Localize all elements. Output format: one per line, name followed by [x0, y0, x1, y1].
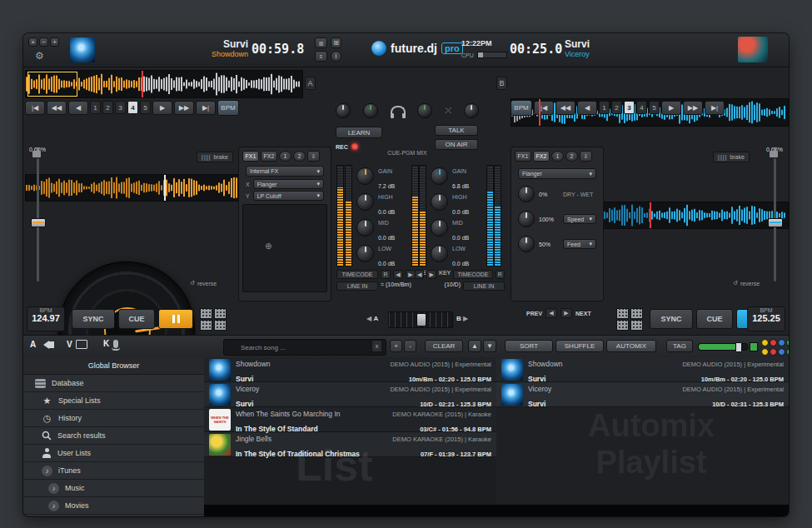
deck-a-loop-view-icon[interactable] — [214, 320, 227, 331]
move-up-button[interactable]: ▲ — [468, 340, 481, 352]
deck-a-fx-xy-pad[interactable]: ⊕ — [242, 204, 327, 292]
sidebar-item-tv-shows[interactable]: ♪ TV Shows — [23, 515, 204, 516]
crossfader-handle[interactable] — [416, 313, 426, 326]
deck-b-fx-download-icon[interactable]: ⇩ — [580, 151, 592, 162]
deck-a-hotcue-3[interactable]: 3 — [115, 101, 126, 114]
deck-b-list-view-icon[interactable] — [616, 320, 629, 331]
deck-a-fx2-button[interactable]: FX2 — [261, 151, 277, 162]
sort-button[interactable]: SORT — [505, 340, 553, 352]
deck-a-skip-end-button[interactable]: ▶| — [196, 101, 216, 115]
deck-a-hotcue-1[interactable]: 1 — [90, 101, 101, 114]
automix-row[interactable]: Viceroy Survi DEMO AUDIO (2015) | Experi… — [496, 382, 789, 407]
deck-a-fx-x-select[interactable]: Flanger ▾ — [253, 179, 324, 189]
search-input[interactable] — [223, 339, 386, 356]
deck-b-fx-slot2-button[interactable]: 2 — [565, 151, 578, 162]
crossfader[interactable] — [388, 311, 453, 328]
deck-a-step-back-button[interactable]: ◀ — [68, 101, 88, 115]
deck-b-reverse-button[interactable]: ↺ reverse — [733, 280, 760, 286]
deck-b-hotcue-5[interactable]: 5 — [649, 101, 660, 114]
crossfader-a-arrow[interactable]: ◀ A — [366, 315, 378, 322]
deck-b-skip-end-button[interactable]: ▶| — [705, 101, 725, 115]
deck-b-brake-button[interactable]: |||| brake — [713, 152, 750, 162]
deck-b-hotcue-2[interactable]: 2 — [611, 101, 622, 114]
deck-a-fx-slot2-button[interactable]: 2 — [293, 151, 306, 162]
deck-a-fx-y-select[interactable]: LP Cutoff ▾ — [253, 191, 324, 201]
automix-button[interactable]: AUTOMIX — [606, 340, 656, 352]
tag-slider[interactable] — [698, 343, 748, 351]
deck-b-hotcue-3[interactable]: 3 — [624, 101, 635, 114]
sidebar-item-itunes[interactable]: ♪ iTunes — [23, 462, 204, 480]
deck-a-skip-start-button[interactable]: |◀ — [25, 101, 45, 115]
keylock-icon[interactable] — [32, 151, 41, 157]
zoom-in-button[interactable]: + — [390, 340, 402, 352]
deck-b-drywet-knob[interactable] — [518, 186, 535, 202]
channel-a-high-knob[interactable] — [356, 193, 374, 211]
learn-button[interactable]: LEARN — [336, 127, 382, 138]
deck-b-prev-button[interactable]: ◀ — [545, 308, 557, 318]
monitor-v-control[interactable]: V — [67, 340, 87, 349]
on-air-button[interactable]: ON AIR — [435, 139, 478, 150]
deck-b-step-forward-button[interactable]: ▶ — [661, 101, 681, 115]
channel-a-gain-knob[interactable] — [356, 167, 374, 185]
deck-a-fast-forward-button[interactable]: ▶▶ — [174, 101, 194, 115]
deck-b-fx-menu-select[interactable]: Flanger ▾ — [518, 168, 596, 179]
deck-b-grid-view-icon[interactable] — [630, 308, 643, 319]
deck-b-key-up-button[interactable]: ▶ — [426, 270, 436, 279]
snap-icon[interactable]: ⊞ — [331, 37, 341, 48]
tag-dot-green-2[interactable] — [786, 348, 789, 356]
deck-a-hotcue-4[interactable]: 4 — [127, 101, 138, 114]
deck-b-line-in-button[interactable]: LINE IN — [463, 281, 505, 291]
mic-gain-knob[interactable] — [464, 103, 479, 118]
tag-dot-blue[interactable] — [778, 339, 785, 346]
sidebar-item-history[interactable]: ◷ History — [23, 410, 204, 427]
clear-button[interactable]: CLEAR — [425, 340, 463, 352]
deck-a-pad-view-icon[interactable] — [200, 308, 212, 319]
deck-a-fx-slot1-button[interactable]: 1 — [279, 151, 291, 162]
track-row[interactable]: Jingle Bells In The Style Of Traditional… — [204, 432, 496, 457]
deck-a-hotcue-2[interactable]: 2 — [102, 101, 113, 114]
deck-a-timecode-r-button[interactable]: R — [381, 270, 391, 279]
next-label[interactable]: NEXT — [575, 311, 591, 316]
deck-a-brake-button[interactable]: |||| brake — [197, 152, 233, 162]
deck-a-step-forward-button[interactable]: ▶ — [152, 101, 172, 115]
tag-dot-yellow[interactable] — [761, 339, 769, 346]
channel-b-low-knob[interactable] — [431, 245, 448, 262]
deck-b-fx-slot1-button[interactable]: 1 — [551, 151, 564, 162]
deck-b-loop-view-icon[interactable] — [630, 320, 643, 331]
channel-b-high-knob[interactable] — [431, 193, 448, 211]
search-clear-x-button[interactable]: x — [371, 340, 382, 352]
deck-b-bpm-button[interactable]: BPM — [511, 100, 532, 116]
window-close-button[interactable]: × — [28, 37, 37, 47]
deck-b-key-down-button[interactable]: ◀ — [415, 270, 424, 279]
deck-a-timecode-button[interactable]: TIMECODE — [336, 270, 378, 279]
sidebar-item-music[interactable]: ♪ Music — [23, 480, 204, 497]
prev-label[interactable]: PREV — [526, 311, 542, 316]
rec-indicator[interactable]: REC — [336, 143, 358, 150]
deck-a-fx-download-icon[interactable]: ⇩ — [307, 151, 320, 162]
deck-a-rewind-button[interactable]: ◀◀ — [47, 101, 67, 115]
zoom-out-button[interactable]: - — [404, 340, 416, 352]
deck-b-timecode-button[interactable]: TIMECODE — [453, 270, 492, 279]
deck-b-fx2-button[interactable]: FX2 — [533, 151, 550, 162]
deck-b-step-back-button[interactable]: ◀ — [577, 101, 597, 115]
move-down-button[interactable]: ▼ — [483, 340, 496, 352]
deck-a-reverse-button[interactable]: ↺ reverse — [190, 280, 217, 286]
tag-dot-red-2[interactable] — [770, 348, 777, 356]
keylock-icon[interactable] — [770, 151, 778, 157]
deck-b-sync-button[interactable]: SYNC — [650, 309, 693, 329]
window-maximize-button[interactable]: + — [50, 37, 59, 47]
deck-a-fx1-button[interactable]: FX1 — [242, 151, 259, 162]
deck-b-next-button[interactable]: ▶ — [560, 308, 572, 318]
deck-b-pitch-slider[interactable] — [768, 218, 783, 227]
deck-a-line-in-button[interactable]: LINE IN — [336, 281, 378, 291]
deck-a-list-view-icon[interactable] — [200, 320, 212, 331]
deck-b-feed-select[interactable]: Feed ▾ — [563, 239, 596, 249]
deck-b-cue-button[interactable]: CUE — [696, 309, 733, 329]
deck-b-rewind-button[interactable]: ◀◀ — [555, 101, 575, 115]
deck-a-overview-waveform[interactable] — [25, 70, 303, 98]
shuffle-button[interactable]: SHUFFLE — [555, 340, 604, 352]
tag-slider-handle[interactable] — [735, 342, 742, 352]
info-icon[interactable]: i — [331, 51, 341, 62]
tag-button[interactable]: TAG — [666, 340, 693, 352]
deck-a-hotcue-5[interactable]: 5 — [140, 101, 151, 114]
